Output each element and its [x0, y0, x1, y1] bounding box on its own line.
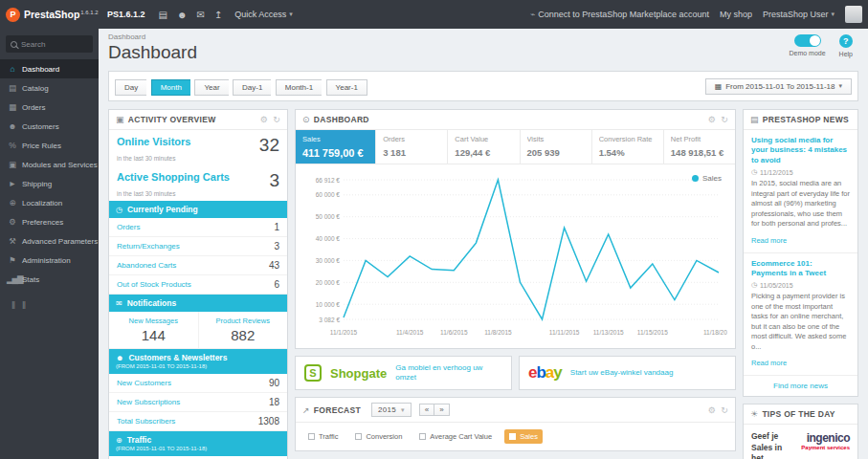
- clock-icon: ◷: [751, 281, 757, 289]
- sidebar-item-preferences[interactable]: ⚙Preferences: [0, 212, 99, 231]
- mail-icon[interactable]: ✉: [192, 10, 210, 20]
- legend-traffic[interactable]: Traffic: [303, 429, 343, 444]
- shopgate-promo[interactable]: S Shopgate Ga mobiel en verhoog uw omzet: [295, 356, 512, 390]
- read-more-link[interactable]: Read more: [751, 359, 787, 367]
- filter-month-button[interactable]: Month: [151, 79, 190, 96]
- gear-icon[interactable]: ⚙: [708, 115, 716, 124]
- brand-name: PrestaShop1.6.1.2: [24, 9, 99, 20]
- article-title-link[interactable]: Ecommerce 101: Payments in a Tweet: [751, 259, 850, 279]
- product-reviews-cell[interactable]: Product Reviews 882: [199, 312, 288, 348]
- kpi-visits[interactable]: Visits205 939: [521, 130, 592, 164]
- abandoned-carts-row[interactable]: Abandoned Carts43: [109, 256, 287, 275]
- ebay-promo[interactable]: ebay Start uw eBay-winkel vandaag: [519, 356, 736, 390]
- toggle-switch[interactable]: [794, 34, 821, 47]
- sales-chart-svg: 66 912 €60 000 €50 000 €40 000 €30 000 €…: [298, 170, 727, 344]
- cart-icon[interactable]: ▤: [154, 10, 172, 20]
- quick-access-menu[interactable]: Quick Access ▾: [234, 10, 293, 19]
- svg-text:30 000 €: 30 000 €: [316, 257, 341, 264]
- ebay-link[interactable]: Start uw eBay-winkel vandaag: [570, 368, 674, 378]
- refresh-icon[interactable]: ↻: [721, 115, 728, 124]
- sidebar-item-shipping[interactable]: ►Shipping: [0, 174, 99, 193]
- sidebar-item-stats[interactable]: ▂▅▇Stats: [0, 270, 99, 289]
- ingenico-logo-sub: Payment services: [801, 445, 850, 450]
- filter-day-button[interactable]: Day: [115, 79, 146, 96]
- new-subscriptions-row[interactable]: New Subscriptions18: [109, 393, 287, 412]
- filter-month-1-button[interactable]: Month-1: [276, 79, 322, 96]
- sidebar-item-orders[interactable]: ▦Orders: [0, 98, 99, 117]
- user-menu[interactable]: PrestaShop User ▾: [763, 10, 835, 19]
- message-icon: ✉: [116, 299, 122, 308]
- shop-name-label[interactable]: PS1.6.1.2: [99, 10, 154, 19]
- row-label: Total Subscribers: [117, 417, 175, 426]
- find-more-news-link[interactable]: Find more news: [744, 376, 857, 396]
- sidebar-item-modules[interactable]: ▣Modules and Services: [0, 155, 99, 174]
- row-value: 18: [269, 397, 279, 407]
- demo-mode-toggle[interactable]: Demo mode: [789, 34, 825, 57]
- chart-legend[interactable]: Sales: [692, 174, 722, 183]
- help-button[interactable]: ? Help: [839, 34, 853, 57]
- kpi-conversion-rate[interactable]: Conversion Rate1.54%: [592, 130, 664, 164]
- sidebar-item-administration[interactable]: ⚑Administration: [0, 251, 99, 270]
- sidebar-item-dashboard[interactable]: ⌂Dashboard: [0, 59, 99, 78]
- refresh-icon[interactable]: ↻: [721, 405, 728, 415]
- gear-icon[interactable]: ⚙: [708, 405, 716, 415]
- out-of-stock-row[interactable]: Out of Stock Products6: [109, 275, 287, 295]
- sidebar-item-localization[interactable]: ⊕Localization: [0, 193, 99, 212]
- row-value: 90: [269, 378, 279, 388]
- year-value: 2015: [378, 405, 396, 414]
- online-visitors-link[interactable]: Online Visitors: [117, 136, 190, 147]
- new-customers-row[interactable]: New Customers90: [109, 374, 287, 393]
- article-title-link[interactable]: Using social media for your business: 4 …: [751, 136, 850, 165]
- legend-conversion[interactable]: Conversion: [350, 429, 407, 444]
- legend-average-cart-value[interactable]: Average Cart Value: [414, 429, 497, 444]
- read-more-link[interactable]: Read more: [751, 236, 787, 245]
- pending-orders-row[interactable]: Orders1: [109, 218, 287, 237]
- refresh-icon[interactable]: ↻: [273, 115, 280, 124]
- next-year-button[interactable]: »: [434, 404, 449, 416]
- kpi-sales[interactable]: Sales411 759,00 €: [296, 130, 376, 164]
- kpi-net-profit[interactable]: Net Profit148 918,51 €: [664, 130, 735, 164]
- version-label: 1.6.1.2: [80, 10, 98, 15]
- filter-year-button[interactable]: Year: [194, 79, 228, 96]
- svg-text:60 000 €: 60 000 €: [316, 191, 341, 198]
- active-carts-link[interactable]: Active Shopping Carts: [117, 171, 230, 183]
- upload-icon[interactable]: ↥: [210, 10, 227, 20]
- kpi-value: 3 181: [383, 147, 440, 158]
- shopgate-link[interactable]: Ga mobiel en verhoog uw omzet: [395, 363, 502, 382]
- person-icon[interactable]: ☻: [172, 10, 192, 20]
- svg-text:11/11/2015: 11/11/2015: [549, 329, 580, 336]
- sidebar-item-customers[interactable]: ☻Customers: [0, 117, 99, 136]
- prestashop-logo[interactable]: P PrestaShop1.6.1.2: [0, 8, 99, 22]
- checkbox-icon: [419, 433, 426, 440]
- sidebar-item-advanced-parameters[interactable]: ⚒Advanced Parameters: [0, 231, 99, 251]
- news-header: ▤ PRESTASHOP NEWS: [744, 110, 857, 130]
- sidebar-collapse-button[interactable]: ‖ ‖: [0, 289, 99, 322]
- toggle-knob: [810, 35, 820, 46]
- prev-year-button[interactable]: «: [419, 404, 434, 416]
- gear-icon[interactable]: ⚙: [260, 115, 268, 124]
- filter-year-1-button[interactable]: Year-1: [326, 79, 367, 96]
- pending-returns-row[interactable]: Return/Exchanges3: [109, 237, 287, 256]
- marketplace-connect-link[interactable]: ⌁ Connect to PrestaShop Marketplace acco…: [530, 10, 709, 19]
- year-select[interactable]: 2015▾: [371, 403, 412, 417]
- left-column: ▣ ACTIVITY OVERVIEW ⚙↻ Online Visitors 3…: [108, 109, 288, 459]
- total-subscribers-row[interactable]: Total Subscribers1308: [109, 412, 287, 431]
- tip-headline: Geef je Sales in het buitenland een Boos…: [751, 431, 795, 459]
- filter-day-1-button[interactable]: Day-1: [233, 79, 271, 96]
- sidebar-item-catalog[interactable]: ▤Catalog: [0, 78, 99, 98]
- section-title: Notifications: [127, 298, 176, 308]
- main-content: Dashboard Dashboard Demo mode ? Help Day…: [99, 29, 868, 459]
- ebay-logo-icon: ebay: [528, 363, 562, 382]
- search-input[interactable]: [21, 40, 86, 49]
- legend-sales[interactable]: Sales: [504, 429, 543, 444]
- kpi-orders[interactable]: Orders3 181: [376, 130, 448, 164]
- my-shop-link[interactable]: My shop: [720, 10, 752, 19]
- kpi-cart-value[interactable]: Cart Value129,44 €: [448, 130, 520, 164]
- home-icon: ⌂: [7, 64, 17, 74]
- date-range-picker[interactable]: ▦ From 2015-11-01 To 2015-11-18 ▾: [705, 78, 852, 95]
- avatar[interactable]: [845, 6, 862, 23]
- new-messages-cell[interactable]: New Messages 144: [109, 312, 199, 348]
- active-carts-sub: in the last 30 minutes: [109, 190, 287, 201]
- breadcrumb[interactable]: Dashboard: [108, 33, 858, 41]
- sidebar-item-price-rules[interactable]: %Price Rules: [0, 136, 99, 155]
